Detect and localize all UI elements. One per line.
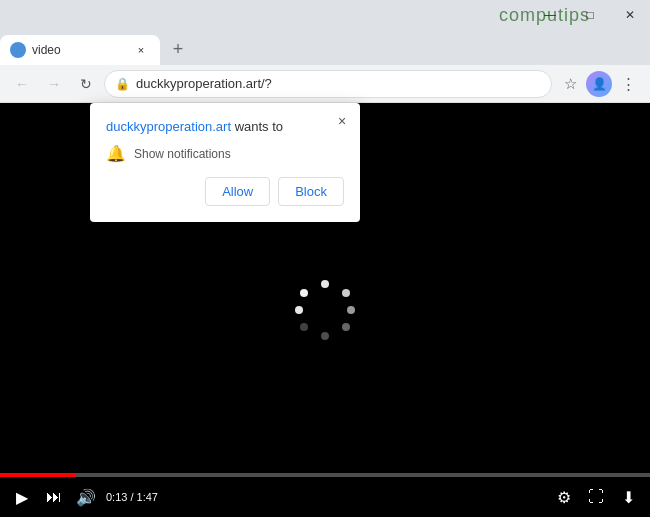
settings-button[interactable]: ⚙: [552, 485, 576, 509]
forward-button[interactable]: →: [40, 70, 68, 98]
close-button[interactable]: ✕: [610, 0, 650, 30]
tab-label: video: [32, 43, 128, 57]
popup-close-button[interactable]: ×: [332, 111, 352, 131]
popup-bell-text: Show notifications: [134, 147, 231, 161]
tab-favicon: [10, 42, 26, 58]
bookmark-button[interactable]: ☆: [556, 70, 584, 98]
address-bar[interactable]: 🔒 duckkyproperation.art/?: [104, 70, 552, 98]
minimize-button[interactable]: —: [530, 0, 570, 30]
maximize-button[interactable]: □: [570, 0, 610, 30]
download-button[interactable]: ⬇: [616, 485, 640, 509]
notification-popup: × duckkyproperation.art wants to 🔔 Show …: [90, 103, 360, 222]
new-tab-button[interactable]: +: [164, 35, 192, 63]
popup-wants-text: wants to: [231, 119, 283, 134]
menu-button[interactable]: ⋮: [614, 70, 642, 98]
bell-icon: 🔔: [106, 144, 126, 163]
back-button[interactable]: ←: [8, 70, 36, 98]
loading-spinner: [295, 280, 355, 340]
block-button[interactable]: Block: [278, 177, 344, 206]
tab-close-button[interactable]: ×: [132, 41, 150, 59]
titlebar: computips — □ ✕: [0, 0, 650, 30]
skip-next-button[interactable]: ⏭: [42, 485, 66, 509]
url-text: duckkyproperation.art/?: [136, 76, 541, 91]
popup-notification-row: 🔔 Show notifications: [106, 144, 344, 163]
video-right-controls: ⚙ ⛶ ⬇: [552, 485, 640, 509]
reload-button[interactable]: ↻: [72, 70, 100, 98]
profile-button[interactable]: 👤: [586, 71, 612, 97]
volume-button[interactable]: 🔊: [74, 485, 98, 509]
nav-right-controls: ☆ 👤 ⋮: [556, 70, 642, 98]
navbar: ← → ↻ 🔒 duckkyproperation.art/? ☆ 👤 ⋮: [0, 65, 650, 103]
active-tab[interactable]: video ×: [0, 35, 160, 65]
play-button[interactable]: ▶: [10, 485, 34, 509]
window-controls: — □ ✕: [530, 0, 650, 30]
popup-title: duckkyproperation.art wants to: [106, 119, 344, 134]
lock-icon: 🔒: [115, 77, 130, 91]
time-display: 0:13 / 1:47: [106, 491, 158, 503]
allow-button[interactable]: Allow: [205, 177, 270, 206]
fullscreen-button[interactable]: ⛶: [584, 485, 608, 509]
video-content-area: ▶ ⏭ 🔊 0:13 / 1:47 ⚙ ⛶ ⬇ × duckkyproperat…: [0, 103, 650, 517]
popup-actions: Allow Block: [106, 177, 344, 206]
popup-site-name: duckkyproperation.art: [106, 119, 231, 134]
video-controls: ▶ ⏭ 🔊 0:13 / 1:47 ⚙ ⛶ ⬇: [0, 477, 650, 517]
tabbar: video × +: [0, 30, 650, 65]
